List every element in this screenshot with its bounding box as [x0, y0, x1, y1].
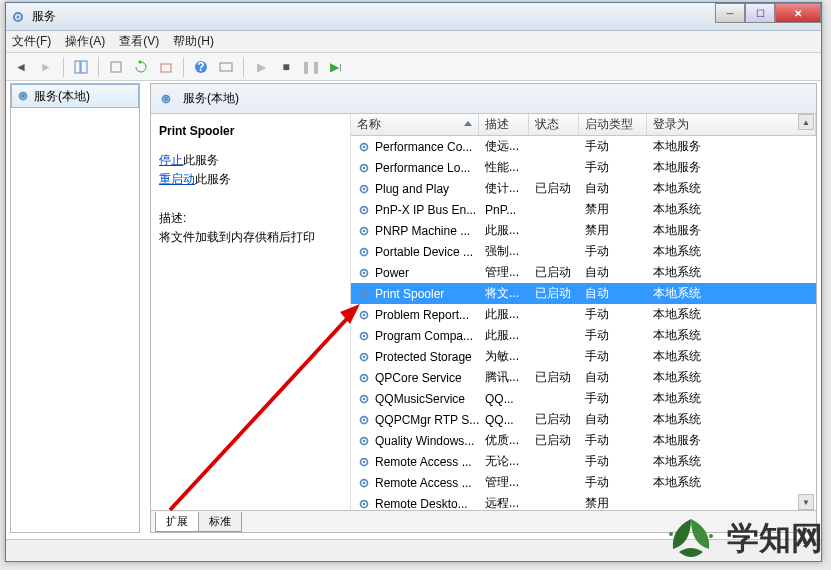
svg-point-52 — [709, 534, 713, 538]
stop-service-button[interactable]: ■ — [275, 56, 297, 78]
column-status[interactable]: 状态 — [529, 114, 579, 135]
toolbar: ◄ ► ? ▶ ■ ❚❚ ▶| — [6, 53, 821, 81]
menu-help[interactable]: 帮助(H) — [173, 33, 214, 50]
service-list[interactable]: 名称 描述 状态 启动类型 登录为 Performance Co...使远...… — [351, 114, 816, 510]
menu-file[interactable]: 文件(F) — [12, 33, 51, 50]
tab-extended[interactable]: 扩展 — [155, 512, 199, 532]
service-row[interactable]: Performance Co...使远...手动本地服务 — [351, 136, 816, 157]
svg-point-42 — [363, 439, 366, 442]
service-row[interactable]: PNRP Machine ...此服...禁用本地服务 — [351, 220, 816, 241]
restart-service-button[interactable]: ▶| — [325, 56, 347, 78]
window-title: 服务 — [32, 8, 56, 25]
svg-point-44 — [363, 460, 366, 463]
column-description[interactable]: 描述 — [479, 114, 529, 135]
svg-point-51 — [669, 532, 673, 536]
svg-rect-5 — [161, 64, 171, 72]
sort-indicator-icon — [464, 121, 472, 126]
content-area: 服务(本地) 服务(本地) Print Spooler 停止此服务 重启动此服务… — [6, 81, 821, 535]
list-panel: 服务(本地) Print Spooler 停止此服务 重启动此服务 描述: 将文… — [150, 83, 817, 533]
svg-point-36 — [363, 376, 366, 379]
service-row[interactable]: Print Spooler将文...已启动自动本地系统 — [351, 283, 816, 304]
svg-point-11 — [163, 95, 170, 102]
watermark-text: 学知网 — [727, 517, 823, 561]
svg-point-22 — [363, 229, 366, 232]
gear-icon — [16, 89, 30, 103]
close-button[interactable]: ✕ — [775, 3, 821, 23]
titlebar[interactable]: 服务 ─ ☐ ✕ — [6, 3, 821, 31]
gear-icon — [10, 9, 26, 25]
svg-point-40 — [363, 418, 366, 421]
stop-link[interactable]: 停止 — [159, 153, 183, 167]
svg-rect-8 — [220, 63, 232, 71]
description-text: 将文件加载到内存供稍后打印 — [159, 229, 342, 246]
service-row[interactable]: Remote Access ...无论...手动本地系统 — [351, 451, 816, 472]
svg-point-30 — [363, 313, 366, 316]
start-service-button[interactable]: ▶ — [250, 56, 272, 78]
refresh-button[interactable] — [130, 56, 152, 78]
svg-point-34 — [363, 355, 366, 358]
scroll-up-button[interactable]: ▲ — [798, 114, 814, 130]
tree-root-label: 服务(本地) — [34, 88, 90, 105]
service-row[interactable]: Plug and Play使计...已启动自动本地系统 — [351, 178, 816, 199]
service-row[interactable]: Protected Storage为敏...手动本地系统 — [351, 346, 816, 367]
svg-point-18 — [363, 187, 366, 190]
svg-point-46 — [363, 481, 366, 484]
minimize-button[interactable]: ─ — [715, 3, 745, 23]
svg-point-48 — [363, 502, 366, 505]
menu-view[interactable]: 查看(V) — [119, 33, 159, 50]
properties-button[interactable] — [105, 56, 127, 78]
service-row[interactable]: Power管理...已启动自动本地系统 — [351, 262, 816, 283]
svg-point-1 — [17, 15, 20, 18]
description-label: 描述: — [159, 210, 342, 227]
tree-panel: 服务(本地) — [10, 83, 140, 533]
service-row[interactable]: QPCore Service腾讯...已启动自动本地系统 — [351, 367, 816, 388]
service-row[interactable]: Program Compa...此服...手动本地系统 — [351, 325, 816, 346]
help-button[interactable]: ? — [190, 56, 212, 78]
gear-icon — [159, 92, 173, 106]
leaf-icon — [661, 514, 721, 564]
detail-pane: Print Spooler 停止此服务 重启动此服务 描述: 将文件加载到内存供… — [151, 114, 351, 510]
column-startup[interactable]: 启动类型 — [579, 114, 647, 135]
svg-point-28 — [363, 292, 366, 295]
scroll-down-button[interactable]: ▼ — [798, 494, 814, 510]
service-row[interactable]: Problem Report...此服...手动本地系统 — [351, 304, 816, 325]
list-header: 名称 描述 状态 启动类型 登录为 — [351, 114, 816, 136]
pause-service-button[interactable]: ❚❚ — [300, 56, 322, 78]
svg-rect-4 — [111, 62, 121, 72]
service-row[interactable]: Remote Access ...管理...手动本地系统 — [351, 472, 816, 493]
export-button[interactable] — [155, 56, 177, 78]
menu-action[interactable]: 操作(A) — [65, 33, 105, 50]
service-row[interactable]: Quality Windows...优质...已启动手动本地服务 — [351, 430, 816, 451]
svg-rect-3 — [81, 61, 87, 73]
service-row[interactable]: PnP-X IP Bus En...PnP...禁用本地系统 — [351, 199, 816, 220]
column-name[interactable]: 名称 — [351, 114, 479, 135]
service-row[interactable]: QQMusicServiceQQ...手动本地系统 — [351, 388, 816, 409]
service-row[interactable]: Portable Device ...强制...手动本地系统 — [351, 241, 816, 262]
tree-root-item[interactable]: 服务(本地) — [11, 84, 139, 108]
column-logon[interactable]: 登录为 — [647, 114, 816, 135]
svg-point-20 — [363, 208, 366, 211]
svg-point-16 — [363, 166, 366, 169]
selected-service-name: Print Spooler — [159, 124, 342, 138]
back-button[interactable]: ◄ — [10, 56, 32, 78]
restart-link[interactable]: 重启动 — [159, 172, 195, 186]
svg-point-12 — [165, 97, 168, 100]
service-row[interactable]: Remote Deskto...远程...禁用 — [351, 493, 816, 510]
svg-point-14 — [363, 145, 366, 148]
panel-header: 服务(本地) — [151, 84, 816, 114]
tab-standard[interactable]: 标准 — [198, 512, 242, 532]
toolbar-icon[interactable] — [215, 56, 237, 78]
menubar: 文件(F) 操作(A) 查看(V) 帮助(H) — [6, 31, 821, 53]
svg-point-24 — [363, 250, 366, 253]
svg-point-32 — [363, 334, 366, 337]
service-row[interactable]: Performance Lo...性能...手动本地服务 — [351, 157, 816, 178]
service-row[interactable]: QQPCMgr RTP S...QQ...已启动自动本地系统 — [351, 409, 816, 430]
maximize-button[interactable]: ☐ — [745, 3, 775, 23]
svg-point-38 — [363, 397, 366, 400]
services-window: 服务 ─ ☐ ✕ 文件(F) 操作(A) 查看(V) 帮助(H) ◄ ► ? ▶… — [5, 2, 822, 562]
svg-point-10 — [22, 95, 25, 98]
panel-title: 服务(本地) — [183, 90, 239, 107]
svg-text:?: ? — [197, 60, 204, 74]
show-hide-button[interactable] — [70, 56, 92, 78]
forward-button[interactable]: ► — [35, 56, 57, 78]
